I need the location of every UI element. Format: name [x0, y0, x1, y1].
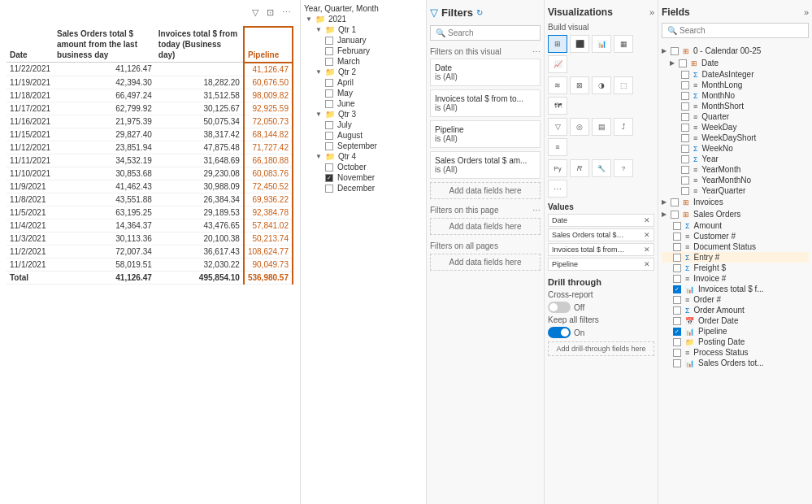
- tree-item[interactable]: June: [304, 98, 423, 109]
- tree-checkbox[interactable]: [325, 89, 333, 98]
- viz-icon-slicer[interactable]: ≡: [548, 138, 567, 156]
- field-item-checkbox[interactable]: [681, 176, 689, 185]
- field-group-header[interactable]: ▶ ⊞ Date: [662, 57, 809, 69]
- field-item[interactable]: ≡ Document Status: [662, 241, 809, 252]
- tree-checkbox[interactable]: [325, 132, 333, 140]
- field-item[interactable]: ≡ YearMonthNo: [662, 175, 809, 185]
- tree-checkbox[interactable]: [325, 47, 333, 55]
- viz-icon-more[interactable]: ⋯: [548, 180, 567, 198]
- field-item[interactable]: ≡ YearQuarter: [662, 185, 809, 196]
- fields-expand-icon[interactable]: »: [804, 7, 809, 17]
- field-item[interactable]: ≡ WeekDay: [662, 122, 809, 133]
- field-item[interactable]: Σ Entry #: [662, 252, 809, 263]
- field-item-checkbox[interactable]: [681, 124, 689, 132]
- add-fields-this-visual[interactable]: Add data fields here: [430, 182, 541, 199]
- remove-field-button[interactable]: ✕: [644, 245, 650, 254]
- field-item[interactable]: ≡ Invoice #: [662, 273, 809, 284]
- field-item[interactable]: ≡ MonthLong: [662, 80, 809, 90]
- tree-item[interactable]: March: [304, 56, 423, 67]
- tree-item[interactable]: May: [304, 88, 423, 98]
- field-item-checkbox[interactable]: [673, 338, 681, 346]
- field-group-header[interactable]: ▶ ⊞ 0 - Calendar 00-25: [662, 45, 809, 57]
- field-item[interactable]: Σ Year: [662, 154, 809, 164]
- tree-item[interactable]: ▼📁Qtr 4: [304, 151, 423, 162]
- field-item[interactable]: Σ WeekNo: [662, 143, 809, 154]
- expand-table-button[interactable]: ⊡: [264, 7, 276, 19]
- field-item-checkbox[interactable]: [673, 317, 681, 325]
- viz-icon-pie[interactable]: ◑: [592, 76, 611, 94]
- tree-checkbox[interactable]: [325, 79, 333, 87]
- add-fields-all-pages[interactable]: Add data fields here: [430, 254, 541, 271]
- viz-icon-ai[interactable]: 🔧: [592, 159, 611, 177]
- field-item-checkbox[interactable]: [673, 359, 681, 367]
- viz-expand-icon[interactable]: »: [649, 7, 654, 17]
- field-item[interactable]: Σ MonthNo: [662, 90, 809, 101]
- viz-icon-r[interactable]: R: [570, 159, 589, 177]
- field-item[interactable]: Σ Freight $: [662, 263, 809, 273]
- field-item-checkbox[interactable]: [673, 243, 681, 251]
- field-item-checkbox[interactable]: [681, 113, 689, 121]
- filter-card[interactable]: Sales Orders total $ am... is (All): [430, 151, 541, 179]
- field-item-checkbox[interactable]: [681, 92, 689, 100]
- filters-page-more[interactable]: ⋯: [532, 206, 541, 215]
- remove-field-button[interactable]: ✕: [644, 216, 650, 224]
- filter-table-button[interactable]: ▽: [250, 7, 261, 19]
- tree-item[interactable]: September: [304, 141, 423, 151]
- field-checkbox[interactable]: [671, 211, 679, 219]
- filter-refresh-icon[interactable]: ↻: [476, 8, 483, 17]
- field-item-checkbox[interactable]: [681, 155, 689, 163]
- field-item-checkbox[interactable]: [681, 71, 689, 79]
- field-item-checkbox[interactable]: [673, 306, 681, 315]
- tree-item[interactable]: July: [304, 119, 423, 130]
- tree-checkbox[interactable]: [325, 163, 333, 172]
- field-item-checkbox[interactable]: [681, 81, 689, 89]
- field-item[interactable]: Σ DateAsInteger: [662, 69, 809, 80]
- filters-this-visual-more[interactable]: ⋯: [532, 47, 541, 56]
- keep-filters-toggle[interactable]: [548, 327, 571, 338]
- tree-checkbox[interactable]: [325, 142, 333, 150]
- field-item[interactable]: ≡ Quarter: [662, 111, 809, 122]
- field-item-checkbox[interactable]: [673, 232, 681, 241]
- values-field-item[interactable]: Date ✕: [548, 214, 654, 227]
- field-item-checkbox[interactable]: [681, 145, 689, 153]
- add-fields-this-page[interactable]: Add data fields here: [430, 218, 541, 235]
- filter-card[interactable]: Date is (All): [430, 59, 541, 86]
- fields-search-box[interactable]: 🔍: [662, 23, 809, 38]
- viz-icon-area[interactable]: ≋: [548, 76, 567, 94]
- field-item[interactable]: ≡ MonthShort: [662, 101, 809, 111]
- viz-icon-python[interactable]: Py: [548, 159, 567, 177]
- tree-item[interactable]: December: [304, 183, 423, 193]
- field-item-checkbox[interactable]: ✓: [673, 328, 681, 336]
- field-checkbox[interactable]: [679, 59, 687, 67]
- field-item-checkbox[interactable]: [673, 264, 681, 272]
- remove-field-button[interactable]: ✕: [644, 231, 650, 239]
- values-field-item[interactable]: Pipeline ✕: [548, 258, 654, 271]
- field-item-checkbox[interactable]: [673, 296, 681, 304]
- field-item[interactable]: ✓ 📊 Pipeline: [662, 326, 809, 337]
- tree-item[interactable]: ▼📁Qtr 3: [304, 109, 423, 119]
- filter-card[interactable]: Pipeline is (All): [430, 120, 541, 148]
- viz-icon-card[interactable]: ▤: [592, 118, 611, 136]
- tree-item[interactable]: August: [304, 130, 423, 141]
- tree-item[interactable]: February: [304, 46, 423, 56]
- field-item[interactable]: 📁 Posting Date: [662, 337, 809, 347]
- field-checkbox[interactable]: [671, 198, 679, 206]
- field-item-checkbox[interactable]: [681, 166, 689, 174]
- viz-icon-stacked-bar[interactable]: ▦: [614, 35, 633, 53]
- tree-checkbox[interactable]: [325, 100, 333, 108]
- tree-checkbox[interactable]: [325, 121, 333, 129]
- cross-report-toggle[interactable]: [548, 302, 571, 313]
- fields-search-input[interactable]: [680, 26, 803, 35]
- tree-item[interactable]: ✓November: [304, 172, 423, 183]
- tree-item[interactable]: April: [304, 77, 423, 88]
- field-item[interactable]: ✓ 📊 Invoices total $ f...: [662, 284, 809, 294]
- viz-icon-scatter[interactable]: ⊠: [570, 76, 589, 94]
- field-item[interactable]: ≡ Process Status: [662, 347, 809, 358]
- field-item[interactable]: ≡ WeekDayShort: [662, 133, 809, 143]
- viz-icon-qna[interactable]: ?: [614, 159, 633, 177]
- field-item-checkbox[interactable]: [681, 187, 689, 195]
- field-checkbox[interactable]: [671, 47, 679, 55]
- field-item[interactable]: Σ Order Amount: [662, 305, 809, 315]
- tree-item[interactable]: ▼📁Qtr 1: [304, 24, 423, 35]
- field-item[interactable]: ≡ YearMonth: [662, 164, 809, 175]
